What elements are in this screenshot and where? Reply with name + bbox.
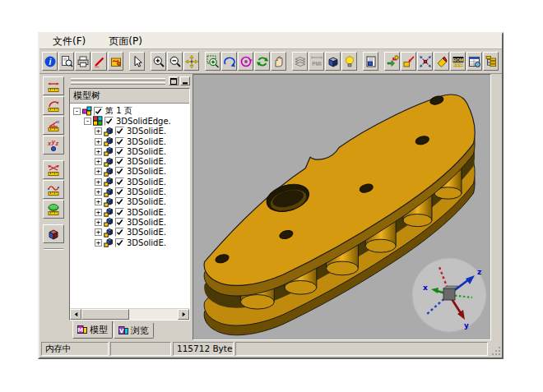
explode-icon	[419, 55, 432, 68]
toolbar-spin-button[interactable]	[238, 52, 253, 71]
toolbar-measure-coordinate-button[interactable]: xyz	[43, 136, 64, 154]
tree-item-label: 第 1 页	[105, 105, 132, 117]
toolbar-measure-distance-button[interactable]	[43, 76, 64, 95]
panel-hide-button[interactable]	[180, 76, 190, 85]
tab-model[interactable]: M模型	[72, 321, 113, 339]
menu-file[interactable]: 文件(F)	[49, 34, 89, 49]
orientation-indicator[interactable]: z y x	[410, 256, 489, 334]
tree-item[interactable]: +3DSolidE.	[72, 136, 189, 146]
expand-toggle-icon[interactable]: +	[95, 198, 102, 205]
toolbar-zoom-in-button[interactable]	[151, 52, 166, 71]
expand-toggle-icon[interactable]: +	[95, 148, 102, 155]
checkbox[interactable]	[115, 147, 124, 156]
tree-item[interactable]: +3DSolidE.	[72, 167, 189, 177]
toolbar-tools-button[interactable]	[384, 52, 400, 71]
toolbar-markup-pen-button[interactable]	[91, 52, 107, 71]
toolbar-layers-button[interactable]	[292, 52, 308, 71]
toolbar-structure-button[interactable]	[483, 52, 499, 71]
toolbar-pages-button[interactable]	[363, 52, 378, 71]
collapse-toggle-icon[interactable]: -	[84, 118, 91, 125]
expand-toggle-icon[interactable]: +	[95, 138, 102, 145]
expand-toggle-icon[interactable]: +	[95, 168, 102, 175]
toolbar-select-button[interactable]	[129, 52, 145, 71]
svg-text:BOM: BOM	[452, 57, 463, 62]
tab-browse[interactable]: V浏览	[114, 323, 154, 339]
checkbox[interactable]	[115, 167, 124, 176]
toolbar-zoom-out-button[interactable]	[167, 52, 183, 71]
checkbox[interactable]	[94, 107, 103, 116]
toolbar-pan-button[interactable]	[183, 52, 199, 71]
tree-item[interactable]: +3DSolidE.	[72, 177, 189, 187]
panel-header	[69, 76, 190, 86]
tree-item[interactable]: +3DSolidE.	[72, 127, 189, 136]
toolbar-print-button[interactable]	[75, 52, 90, 71]
tree-item[interactable]: -第 1 页	[72, 106, 189, 116]
toolbar-pmi-button[interactable]: PMI	[309, 52, 324, 71]
scroll-track[interactable]	[81, 309, 178, 320]
toolbar-measure-curve-button[interactable]	[43, 180, 64, 199]
toolbar-measure-angle-button[interactable]: o	[43, 116, 64, 135]
toolbar-stamp-button[interactable]	[108, 52, 123, 71]
panel-maximize-button[interactable]	[169, 76, 179, 85]
menu-page[interactable]: 页面(P)	[105, 34, 146, 49]
checkbox[interactable]	[115, 228, 124, 237]
tree-item[interactable]: +3DSolidE.	[72, 146, 189, 156]
toolbar-print-preview-button[interactable]	[58, 52, 74, 71]
scroll-thumb[interactable]	[81, 309, 129, 320]
tree-item[interactable]: +3DSolidE.	[72, 197, 189, 207]
toolbar-info-button[interactable]: i	[42, 52, 58, 71]
toolbar-orbit-button[interactable]	[221, 52, 237, 71]
checkbox[interactable]	[115, 218, 124, 227]
toolbar-measure-volume-button[interactable]	[43, 224, 64, 243]
expand-toggle-icon[interactable]: +	[95, 219, 102, 226]
expand-toggle-icon[interactable]: +	[95, 158, 102, 165]
toolbar-move-part-button[interactable]	[401, 52, 416, 71]
toolbar-rotate-button[interactable]	[254, 52, 270, 71]
checkbox[interactable]	[115, 238, 124, 247]
checkbox[interactable]	[115, 187, 124, 196]
scroll-left-button[interactable]	[70, 309, 81, 320]
tree-item[interactable]: -3DSolidEdge.	[72, 116, 189, 126]
resize-grip[interactable]	[490, 342, 501, 356]
checkbox[interactable]	[115, 137, 124, 146]
rotate-icon	[256, 55, 269, 68]
toolbar-explode-button[interactable]	[417, 52, 433, 71]
toolbar-bom-button[interactable]: BOM	[450, 52, 466, 71]
toolbar-zoom-window-button[interactable]	[205, 52, 220, 71]
checkbox[interactable]	[115, 157, 124, 166]
toolbar-measure-radius-button[interactable]	[43, 96, 64, 115]
toolbar-views-cube-button[interactable]	[325, 52, 341, 71]
scroll-right-button[interactable]	[178, 309, 189, 320]
toolbar-report-button[interactable]	[466, 52, 482, 71]
expand-toggle-icon[interactable]: +	[95, 188, 102, 196]
tree-item[interactable]: +3DSolidE.	[72, 228, 189, 238]
tree-item[interactable]: +3DSolidE.	[72, 187, 189, 196]
expand-toggle-icon[interactable]: +	[95, 209, 102, 216]
checkbox[interactable]	[115, 208, 124, 217]
checkbox[interactable]	[115, 127, 124, 136]
toolbar-measure-gap-button[interactable]	[43, 160, 64, 179]
checkbox[interactable]	[115, 197, 124, 206]
expand-toggle-icon[interactable]: +	[95, 228, 102, 236]
viewport-3d[interactable]: z y x	[193, 74, 491, 340]
panel-grip[interactable]	[69, 78, 167, 85]
tree-item-label: 3DSolidE.	[127, 167, 166, 176]
right-margin	[491, 74, 502, 340]
toolbar-light-button[interactable]	[341, 52, 357, 71]
toolbar-eraser-button[interactable]	[434, 52, 449, 71]
tree-item[interactable]: +3DSolidE.	[72, 156, 189, 166]
browse-tab-icon: V	[118, 325, 128, 335]
tree-item[interactable]: +3DSolidE.	[72, 238, 189, 247]
tree-item[interactable]: +3DSolidE.	[72, 217, 189, 227]
expand-toggle-icon[interactable]: +	[95, 239, 102, 247]
checkbox[interactable]	[104, 117, 114, 126]
collapse-toggle-icon[interactable]: -	[73, 108, 81, 115]
expand-toggle-icon[interactable]: +	[95, 178, 102, 186]
toolbar-hand-button[interactable]	[271, 52, 286, 71]
tree-hscrollbar[interactable]	[70, 308, 189, 320]
checkbox[interactable]	[115, 178, 124, 187]
expand-toggle-icon[interactable]: +	[95, 127, 102, 135]
tree-item[interactable]: +3DSolidE.	[72, 207, 189, 217]
toolbar-measure-area-button[interactable]	[43, 200, 64, 219]
part-node-icon	[104, 127, 114, 136]
